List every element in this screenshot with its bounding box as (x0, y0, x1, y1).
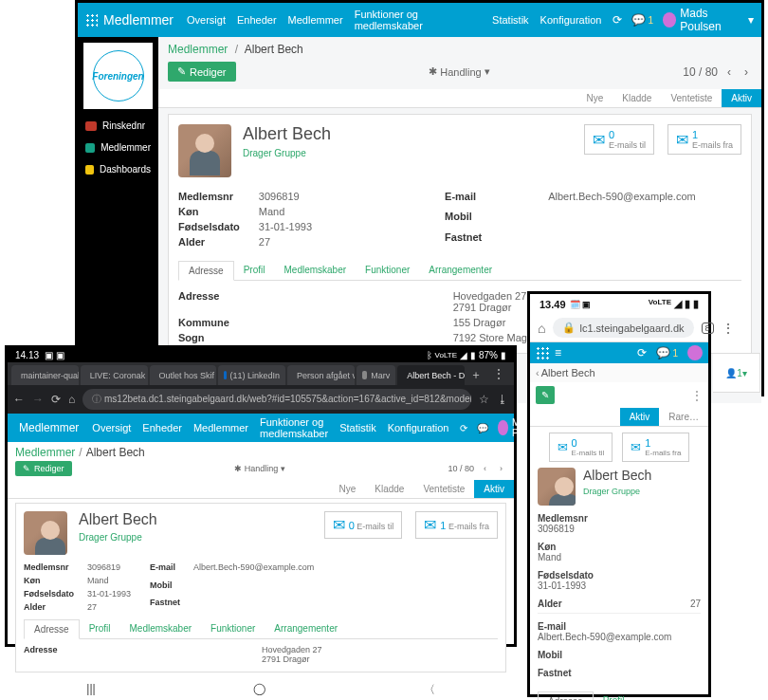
nav-medlemmer[interactable]: Medlemmer (288, 14, 343, 26)
emails-out-box[interactable]: ✉ 1E-mails fra (667, 124, 741, 155)
phone-status-bar: 13.49 🗓️ ▣ VoLTE ◢ ▮ ▮ (530, 294, 708, 314)
emails-in-box[interactable]: ✉0E-mails til (549, 433, 613, 462)
breadcrumb-root[interactable]: Medlemmer (15, 446, 75, 459)
user-count-overflow[interactable]: 👤 1 ▾ (713, 353, 760, 393)
status-tab-aktiv[interactable]: Aktiv (722, 89, 761, 107)
label-medlemsnr: Medlemsnr (178, 191, 240, 202)
subtab-medlemskaber[interactable]: Medlemskaber (274, 261, 356, 280)
btab-6[interactable]: Albert Bech - Dr × (397, 365, 465, 385)
nav-konfiguration[interactable]: Konfiguration (540, 14, 602, 26)
user-menu[interactable]: Mads Poulsen ▾ (663, 7, 754, 33)
url-bar: ← → ⟳ ⌂ ⓘ ms12beta.dc1.steingabelgaard.d… (8, 385, 514, 414)
edit-button[interactable]: ✎ Rediger (15, 461, 72, 476)
clock-icon[interactable]: ⟳ (613, 13, 622, 27)
member-name: Albert Bech (243, 124, 331, 144)
status-tab-kladde[interactable]: Kladde (613, 89, 661, 107)
breadcrumb-root[interactable]: Medlemmer (168, 43, 228, 56)
apps-icon[interactable] (536, 346, 549, 359)
emails-out-box[interactable]: ✉1 E-mails fra (415, 511, 498, 539)
btab-1[interactable]: LIVE: Coronak (81, 365, 148, 385)
clock-icon[interactable]: ⟳ (460, 423, 467, 433)
label-kommune: Kommune (178, 317, 425, 328)
pager-next-icon[interactable]: › (741, 64, 752, 81)
forward-icon: → (32, 393, 44, 406)
reload-icon[interactable]: ⟳ (51, 393, 61, 406)
member-group[interactable]: Drager Gruppe (243, 148, 331, 158)
val-fodselsdato: 31-01-1993 (259, 221, 312, 232)
apps-icon[interactable] (85, 13, 98, 27)
back-button-icon[interactable]: 〈 (424, 682, 435, 698)
home-icon[interactable]: ⌂ (538, 321, 545, 336)
battery-icon: ▮ (693, 298, 699, 310)
hamburger-icon[interactable]: ≡ (555, 346, 561, 359)
val-email: Albert.Bech-590@example.com (548, 191, 695, 207)
btab-5[interactable]: Marv (357, 365, 395, 385)
chat-icon[interactable]: 💬1 (631, 13, 653, 27)
app-title[interactable]: Medlemmer (19, 421, 79, 434)
kebab-icon[interactable]: ⋮ (722, 321, 735, 336)
folder-icon (85, 121, 97, 131)
nav-enheder[interactable]: Enheder (237, 14, 277, 26)
brand-logo[interactable]: Foreningen (83, 43, 153, 109)
action-dropdown[interactable]: ✱ Handling ▾ (429, 65, 489, 78)
subtab-funktioner[interactable]: Funktioner (356, 261, 419, 280)
chat-icon[interactable]: 💬1 (656, 346, 678, 359)
download-icon[interactable]: ⭳ (497, 393, 508, 406)
edit-button[interactable]: ✎ (536, 386, 555, 404)
subtab-arrangementer[interactable]: Arrangementer (419, 261, 502, 280)
back-icon[interactable]: ‹ (536, 367, 539, 378)
pager-prev-icon[interactable]: ‹ (480, 462, 490, 475)
app-title[interactable]: Medlemmer (103, 12, 174, 28)
btab-2[interactable]: Outlet hos Skif (150, 365, 217, 385)
label-fastnet: Fastnet (445, 231, 482, 248)
edit-button[interactable]: ✎ Rediger (168, 62, 236, 82)
action-dropdown[interactable]: ✱ Handling ▾ (234, 464, 286, 473)
label-email: E-mail (445, 191, 482, 207)
status-tab-nye[interactable]: Nye (576, 89, 613, 107)
recents-icon[interactable]: ||| (86, 682, 95, 698)
chat-icon[interactable]: 💬 (477, 423, 488, 433)
tabs-count[interactable]: 8 (702, 322, 714, 334)
url-input[interactable]: ⓘ ms12beta.dc1.steingabelgaard.dk/web?#i… (82, 389, 471, 410)
emails-in-box[interactable]: ✉0 E-mails til (324, 511, 403, 539)
sidebar-item-2[interactable]: Dashboards (78, 158, 158, 180)
home-icon[interactable]: ⌂ (68, 393, 75, 406)
subtab-adresse[interactable]: Adresse (178, 261, 234, 281)
nav-statistik[interactable]: Statistik (492, 14, 529, 26)
phone-window: 13.49 🗓️ ▣ VoLTE ◢ ▮ ▮ ⌂ 🔒 lc1.steingabe… (527, 291, 711, 697)
envelope-icon: ✉ (593, 131, 605, 149)
btab-4[interactable]: Person afgået v (287, 365, 355, 385)
subtab-profil[interactable]: Profil (234, 261, 275, 280)
battery-icon: ▮ (501, 350, 506, 360)
member-avatar (538, 468, 576, 506)
android-nav: ||| ◯ 〈 (8, 676, 514, 700)
new-tab-icon[interactable]: ＋ (466, 365, 485, 385)
pager-next-icon[interactable]: › (496, 462, 506, 475)
user-avatar-icon[interactable] (687, 345, 703, 360)
sidebar-item-0[interactable]: Rinskednr (78, 115, 158, 137)
emails-in-box[interactable]: ✉ 0E-mails til (584, 124, 654, 155)
status-tab-more[interactable]: Rare… (659, 408, 708, 426)
status-tab-ventetiste[interactable]: Ventetiste (661, 89, 722, 107)
clock-icon[interactable]: ⟳ (637, 346, 647, 359)
back-icon[interactable]: ← (13, 393, 25, 406)
star-icon[interactable]: ☆ (479, 393, 489, 406)
volte-icon: VoLTE (435, 351, 457, 359)
nav-oversigt[interactable]: Oversigt (187, 14, 226, 26)
kebab-icon[interactable]: ⋮ (691, 389, 703, 402)
tablet-time: 14.13 (15, 350, 39, 360)
nav-funktioner[interactable]: Funktioner og medlemskaber (355, 9, 481, 31)
btab-0[interactable]: maintainer-qual (11, 365, 79, 385)
breadcrumb: Medlemmer / Albert Bech (158, 37, 761, 58)
pager-prev-icon[interactable]: ‹ (723, 64, 735, 81)
kebab-icon[interactable]: ⋮ (487, 365, 510, 385)
battery-pct: 87% (479, 350, 498, 360)
home-button-icon[interactable]: ◯ (253, 682, 265, 698)
url-input[interactable]: 🔒 lc1.steingabelgaard.dk (553, 318, 693, 338)
label-sogn: Sogn (178, 332, 425, 343)
btab-3[interactable]: (11) LinkedIn (218, 365, 285, 385)
emails-out-box[interactable]: ✉1E-mails fra (622, 433, 689, 462)
status-tab-aktiv[interactable]: Aktiv (620, 408, 660, 426)
status-tabs: Nye Kladde Ventetiste Aktiv (158, 89, 761, 108)
sidebar-item-1[interactable]: Medlemmer (78, 137, 158, 158)
